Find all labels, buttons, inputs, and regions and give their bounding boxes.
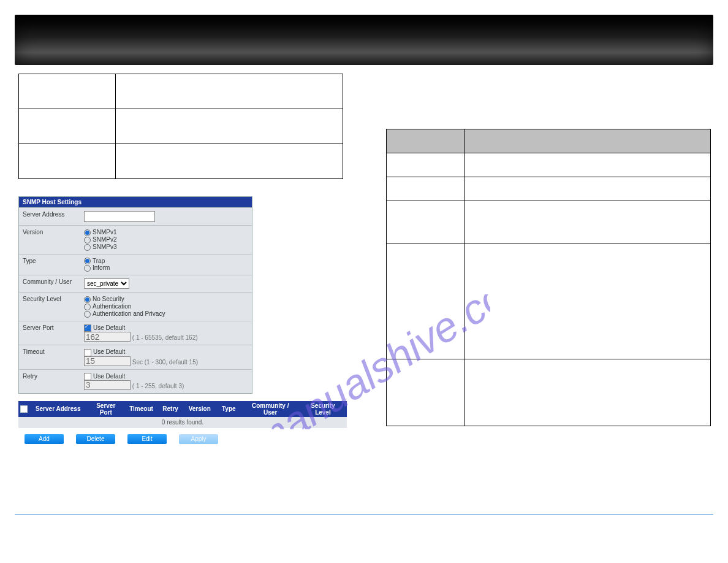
version-snmpv2-text: SNMPv2: [93, 236, 116, 243]
server-port-usedefault-text: Use Default: [93, 324, 125, 331]
footer-rule: [15, 515, 713, 515]
seclevel-authpriv-text: Authentication and Privacy: [93, 310, 165, 317]
retry-input[interactable]: [84, 380, 131, 390]
timeout-usedefault-text: Use Default: [93, 348, 125, 355]
col-timeout: Timeout: [125, 405, 157, 412]
add-button[interactable]: Add: [25, 434, 64, 444]
version-snmpv1-text: SNMPv1: [93, 229, 116, 236]
version-snmpv2-radio[interactable]: [84, 237, 91, 243]
server-port-hint: ( 1 - 65535, default 162): [132, 334, 198, 341]
server-port-label: Server Port: [19, 321, 80, 345]
upper-left-table: [18, 74, 343, 179]
version-label: Version: [19, 226, 80, 254]
select-all-checkbox[interactable]: [20, 405, 28, 413]
server-address-input[interactable]: [84, 211, 155, 222]
col-version: Version: [183, 405, 216, 412]
seclevel-nosecurity-text: No Security: [93, 296, 124, 302]
results-empty-text: 0 results found.: [18, 417, 347, 428]
version-snmpv1-radio[interactable]: [84, 229, 91, 236]
seclevel-auth-text: Authentication: [93, 303, 131, 310]
col-type: Type: [216, 405, 242, 412]
delete-button[interactable]: Delete: [76, 434, 115, 444]
results-header: Server Address Server Port Timeout Retry…: [18, 401, 347, 417]
type-inform-radio[interactable]: [84, 265, 91, 272]
security-level-label: Security Level: [19, 293, 80, 321]
type-trap-radio[interactable]: [84, 258, 91, 264]
version-snmpv3-text: SNMPv3: [93, 243, 116, 250]
timeout-input[interactable]: [84, 356, 131, 366]
col-community: Community / User: [242, 402, 299, 416]
community-label: Community / User: [19, 275, 80, 292]
seclevel-nosecurity-radio[interactable]: [84, 296, 91, 303]
retry-label: Retry: [19, 370, 80, 393]
server-port-usedefault-checkbox[interactable]: [84, 324, 91, 332]
seclevel-authpriv-radio[interactable]: [84, 311, 91, 318]
version-snmpv3-radio[interactable]: [84, 244, 91, 251]
snmp-host-settings-panel: SNMP Host Settings Server Address Versio…: [18, 196, 252, 394]
edit-button[interactable]: Edit: [127, 434, 167, 444]
retry-usedefault-checkbox[interactable]: [84, 373, 91, 380]
col-server-port: Server Port: [86, 402, 125, 416]
timeout-usedefault-checkbox[interactable]: [84, 349, 91, 356]
server-address-label: Server Address: [19, 208, 80, 225]
server-port-input[interactable]: [84, 332, 131, 342]
col-security-level: Security Level: [299, 402, 347, 416]
type-trap-text: Trap: [93, 258, 105, 264]
col-server-address: Server Address: [29, 405, 86, 412]
type-label: Type: [19, 255, 80, 275]
timeout-label: Timeout: [19, 345, 80, 369]
col-retry: Retry: [157, 405, 184, 412]
header-banner: [15, 15, 713, 65]
retry-hint: ( 1 - 255, default 3): [132, 382, 184, 389]
type-inform-text: Inform: [93, 264, 110, 271]
panel-title: SNMP Host Settings: [19, 197, 252, 207]
community-select[interactable]: sec_private: [84, 278, 129, 289]
seclevel-auth-radio[interactable]: [84, 304, 91, 310]
apply-button: Apply: [179, 434, 218, 444]
right-spec-table: [386, 129, 711, 426]
timeout-hint: Sec (1 - 300, default 15): [132, 358, 198, 365]
retry-usedefault-text: Use Default: [93, 373, 125, 380]
